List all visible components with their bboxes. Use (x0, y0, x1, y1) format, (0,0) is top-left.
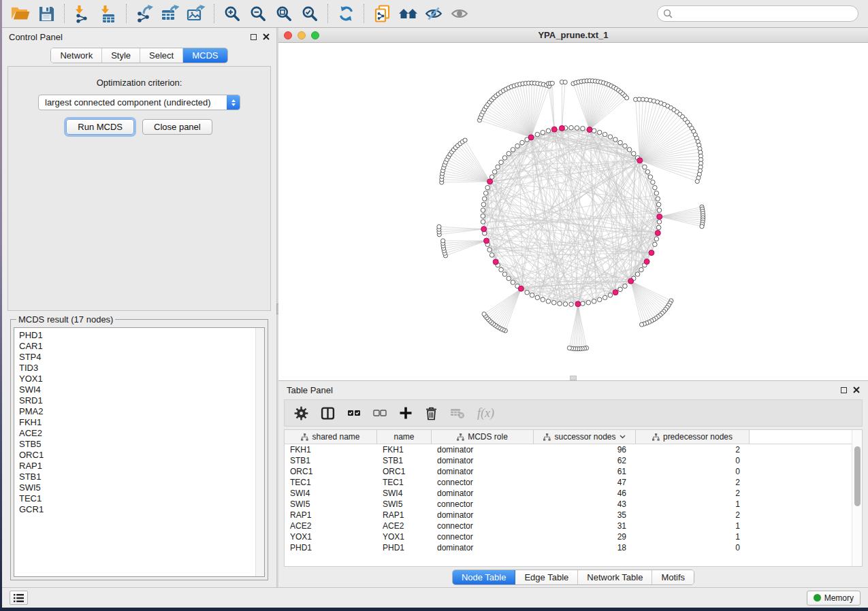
tab-node-table[interactable]: Node Table (453, 570, 516, 584)
table-settings-gear-icon[interactable] (294, 406, 308, 420)
column-header-name[interactable]: name (377, 430, 432, 444)
tab-mcds[interactable]: MCDS (183, 48, 227, 63)
network-node[interactable] (631, 151, 636, 156)
tab-motifs[interactable]: Motifs (652, 570, 694, 584)
mcds-result-item[interactable]: SRD1 (19, 395, 255, 406)
network-leaf-node[interactable] (441, 239, 445, 243)
mcds-hub-node[interactable] (613, 290, 618, 295)
network-leaf-node[interactable] (482, 312, 486, 316)
table-row[interactable]: ORC1ORC1dominator610 (285, 466, 852, 477)
network-node[interactable] (654, 237, 659, 242)
network-node[interactable] (520, 140, 525, 145)
network-node[interactable] (525, 291, 530, 295)
network-node[interactable] (597, 297, 602, 302)
float-table-panel-icon[interactable] (841, 387, 847, 393)
zoom-fit-icon[interactable] (271, 3, 297, 24)
network-node[interactable] (546, 299, 551, 304)
network-node[interactable] (623, 144, 628, 148)
mcds-result-item[interactable]: CAR1 (19, 341, 255, 352)
network-node[interactable] (511, 148, 515, 152)
network-node[interactable] (592, 299, 596, 304)
network-node[interactable] (656, 197, 660, 201)
mcds-result-item[interactable]: TID3 (19, 363, 255, 374)
network-node[interactable] (627, 148, 632, 152)
network-node[interactable] (581, 301, 585, 306)
table-row[interactable]: YOX1YOX1connector291 (285, 531, 852, 542)
mcds-hub-node[interactable] (649, 250, 654, 256)
column-header-MCDS-role[interactable]: MCDS role (432, 430, 534, 444)
network-node[interactable] (530, 293, 534, 298)
network-node[interactable] (551, 300, 556, 305)
home-icon[interactable] (395, 3, 421, 24)
column-header-successor-nodes[interactable]: successor nodes (534, 430, 636, 444)
network-node[interactable] (483, 191, 488, 196)
network-node[interactable] (481, 220, 485, 225)
mcds-result-item[interactable]: TEC1 (19, 493, 255, 504)
select-all-icon[interactable] (347, 406, 361, 420)
mcds-hub-node[interactable] (644, 259, 649, 265)
mcds-result-item[interactable]: STP4 (19, 352, 255, 363)
close-panel-button[interactable]: Close panel (142, 119, 212, 135)
network-node[interactable] (489, 253, 494, 258)
run-mcds-button[interactable]: Run MCDS (66, 119, 134, 135)
show-eye-icon[interactable] (447, 3, 472, 24)
column-header-shared-name[interactable]: shared name (285, 430, 377, 444)
network-node[interactable] (546, 129, 551, 133)
network-node[interactable] (558, 301, 562, 306)
network-node[interactable] (635, 272, 640, 277)
table-row[interactable]: ACE2ACE2connector311 (285, 521, 852, 531)
network-node[interactable] (618, 287, 623, 292)
table-row[interactable]: SWI5SWI5connector431 (285, 499, 852, 510)
network-node[interactable] (541, 130, 545, 135)
network-node[interactable] (645, 169, 650, 174)
network-leaf-node[interactable] (639, 323, 643, 327)
network-node[interactable] (648, 175, 653, 180)
float-panel-icon[interactable] (251, 34, 257, 40)
mcds-list-scrollbar[interactable] (255, 328, 264, 576)
network-node[interactable] (657, 208, 662, 213)
network-node[interactable] (656, 225, 661, 230)
mcds-hub-node[interactable] (551, 127, 557, 132)
network-leaf-node[interactable] (567, 346, 571, 350)
mcds-hub-node[interactable] (628, 278, 634, 284)
network-node[interactable] (499, 267, 504, 272)
tab-network-table[interactable]: Network Table (578, 570, 652, 584)
network-node[interactable] (618, 140, 623, 145)
network-node[interactable] (507, 276, 511, 281)
network-node[interactable] (586, 300, 591, 305)
table-row[interactable]: FKH1FKH1dominator962 (285, 444, 852, 455)
show-columns-icon[interactable] (321, 406, 335, 420)
network-node[interactable] (657, 220, 662, 225)
network-node[interactable] (563, 302, 568, 307)
network-node[interactable] (581, 127, 585, 131)
export-table-icon[interactable] (157, 3, 183, 24)
network-node[interactable] (651, 180, 656, 185)
network-node[interactable] (485, 185, 490, 190)
network-node[interactable] (569, 125, 574, 130)
search-input[interactable] (676, 9, 852, 18)
search-box[interactable] (657, 5, 858, 22)
mcds-result-item[interactable]: YOX1 (19, 374, 255, 384)
optimization-criterion-select[interactable]: largest connected component (undirected) (38, 95, 240, 110)
close-panel-icon[interactable] (263, 33, 270, 40)
mcds-hub-node[interactable] (487, 179, 493, 184)
table-scrollbar-thumb[interactable] (854, 446, 861, 506)
mcds-result-item[interactable]: RAP1 (19, 461, 255, 472)
mcds-result-item[interactable]: SWI5 (19, 482, 255, 493)
network-node[interactable] (502, 156, 507, 161)
mcds-hub-node[interactable] (483, 238, 489, 244)
import-network-icon[interactable] (69, 3, 95, 24)
mcds-hub-node[interactable] (655, 230, 660, 235)
table-row[interactable]: SWI4SWI4dominator462 (285, 488, 852, 499)
memory-button[interactable]: Memory (807, 591, 861, 606)
network-node[interactable] (602, 295, 607, 300)
network-node[interactable] (643, 165, 647, 169)
network-node[interactable] (535, 295, 540, 300)
network-node[interactable] (639, 267, 644, 272)
mcds-hub-node[interactable] (575, 301, 581, 307)
zoom-out-icon[interactable] (245, 3, 271, 24)
network-node[interactable] (482, 197, 487, 201)
network-leaf-node[interactable] (563, 80, 567, 84)
network-leaf-node[interactable] (550, 81, 554, 85)
table-row[interactable]: PHD1PHD1dominator180 (285, 542, 852, 553)
